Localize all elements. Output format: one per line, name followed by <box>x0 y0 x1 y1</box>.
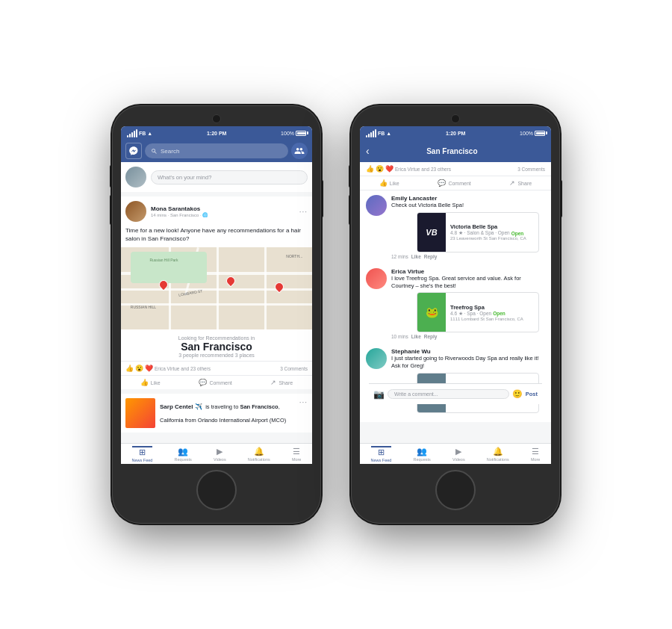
tab-notifications-1[interactable]: 🔔 Notifications <box>248 447 270 462</box>
reactions-row-2: 👍 😮 ❤️ Erica Virtue and 23 others 3 Comm… <box>360 162 551 176</box>
victoria-belle-card[interactable]: VB Victoria Belle Spa 4.8 ★ · Salon & Sp… <box>417 212 539 252</box>
preview-more-icon[interactable]: ··· <box>299 398 308 406</box>
vol-up-button[interactable] <box>110 165 112 188</box>
tab-news-feed-1[interactable]: ⊞ News Feed <box>132 446 153 462</box>
emily-comment-body: Emily Lancaster Check out Victoria Belle… <box>391 195 545 259</box>
comment-label-2: Comment <box>448 181 470 186</box>
preview-post: Sarp Centel ✈️ is traveling to San Franc… <box>121 394 312 433</box>
comment-action-2[interactable]: 💬 Comment <box>438 179 470 187</box>
signal-bar-1 <box>127 135 128 137</box>
share-action-2[interactable]: ↗ Share <box>509 179 532 187</box>
friends-icon[interactable] <box>291 143 308 159</box>
battery-percent-1: 100% <box>281 131 294 136</box>
phone-1-screen: FB ▲ 1:20 PM 100% Search <box>121 126 312 464</box>
stephanie-avatar <box>366 348 387 369</box>
stephanie-text: I just started going to Riverwoods Day S… <box>391 355 545 370</box>
power-button-2[interactable] <box>560 180 562 217</box>
main-post: Mona Sarantakos 14 mins · San Francisco … <box>121 196 312 389</box>
emoji-icon[interactable]: 🙂 <box>512 389 523 399</box>
comment-item-3: Stephanie Wu I just started going to Riv… <box>360 344 551 418</box>
power-button[interactable] <box>321 180 323 217</box>
emily-like[interactable]: Like <box>411 254 421 259</box>
victoria-belle-logo: VB <box>417 213 446 252</box>
messenger-icon[interactable] <box>125 143 142 159</box>
phone-1: FB ▲ 1:20 PM 100% Search <box>112 105 321 524</box>
status-bar-2: FB ▲ 1:20 PM 100% <box>360 126 551 140</box>
reactions-row-1: 👍 😮 ❤️ Erica Virtue and 23 others 3 Comm… <box>121 361 312 376</box>
tab-videos-1[interactable]: ▶ Videos <box>214 447 226 462</box>
whats-on-mind-input[interactable]: What's on your mind? <box>151 170 308 185</box>
battery-fill-1 <box>297 132 305 134</box>
tab-requests-2[interactable]: 👥 Requests <box>414 447 431 462</box>
wifi-icon: ▲ <box>147 131 152 136</box>
comment-action[interactable]: 💬 Comment <box>199 379 231 386</box>
tab-notifications-label-2: Notifications <box>487 457 509 462</box>
treefrog-name: Treefrog Spa <box>450 304 523 311</box>
camera-icon[interactable]: 📷 <box>373 389 385 400</box>
tab-bar-1: ⊞ News Feed 👥 Requests ▶ Videos 🔔 Notifi… <box>121 443 312 464</box>
emily-reply[interactable]: Reply <box>424 254 438 259</box>
battery-icon-1 <box>296 131 306 136</box>
tab-more-2[interactable]: ☰ More <box>531 447 541 462</box>
tab-videos-label-2: Videos <box>452 457 465 462</box>
signal-bar-3 <box>131 132 133 137</box>
comment-item-2: Erica Virtue I love Treefrog Spa. Great … <box>360 264 551 344</box>
signal-bars-2 <box>366 129 376 137</box>
time-display-2: 1:20 PM <box>446 131 465 136</box>
erica-meta: 10 mins Like Reply <box>391 334 545 339</box>
victoria-belle-address: 23 Leavenworth St San Francisco, CA <box>450 236 526 241</box>
vol-down-button-2[interactable] <box>349 195 351 225</box>
rec-count: 3 people recommended 3 places <box>125 353 308 358</box>
reactions-text: Erica Virtue and 23 others <box>155 366 211 371</box>
preview-content: Sarp Centel ✈️ is traveling to San Franc… <box>160 398 295 425</box>
tab-more-1[interactable]: ☰ More <box>292 447 302 462</box>
treefrog-address: 1111 Lombard St San Francisco, CA <box>450 317 523 321</box>
victoria-belle-name: Victoria Belle Spa <box>450 223 526 230</box>
victoria-belle-info: Victoria Belle Spa 4.8 ★ · Salon & Spa ·… <box>446 220 531 244</box>
comment-input-bar: 📷 Write a comment... 🙂 Post <box>369 383 542 404</box>
rec-label: Looking for Recommendations in <box>125 335 308 341</box>
erica-comment-body: Erica Virtue I love Treefrog Spa. Great … <box>391 268 545 340</box>
tab-more-label-2: More <box>531 457 541 462</box>
action-bar-1: 👍 Like 💬 Comment ↗ Share <box>121 376 312 389</box>
carrier-text-2: FB <box>378 131 385 136</box>
treefrog-card[interactable]: 🐸 Treefrog Spa 4.6 ★ · Spa · Open Open 1… <box>417 292 539 332</box>
comment-label: Comment <box>209 380 231 385</box>
tab-videos-label-1: Videos <box>214 457 226 462</box>
tab-videos-2[interactable]: ▶ Videos <box>452 447 465 462</box>
reactions-left: 👍 😮 ❤️ Erica Virtue and 23 others <box>125 365 211 372</box>
tab-news-feed-label-2: News Feed <box>371 458 392 462</box>
like-action-2[interactable]: 👍 Like <box>379 179 399 187</box>
search-bar[interactable]: Search <box>145 143 288 158</box>
like-action[interactable]: 👍 Like <box>140 379 161 386</box>
comment-input-field[interactable]: Write a comment... <box>388 389 509 399</box>
back-button[interactable]: ‹ <box>366 145 370 157</box>
vol-up-button-2[interactable] <box>349 165 351 188</box>
reactions-text-2: Erica Virtue and 23 others <box>395 167 451 172</box>
feed-content: What's on your mind? Mona Sarantakos 14 … <box>121 162 312 443</box>
tab-notifications-2[interactable]: 🔔 Notifications <box>487 447 509 462</box>
erica-name: Erica Virtue <box>391 268 545 275</box>
mona-avatar <box>125 201 146 222</box>
preview-thumb <box>125 398 155 428</box>
treefrog-open: Open <box>493 311 505 316</box>
whats-on-mind-bar: What's on your mind? <box>121 162 312 192</box>
comments-title: San Francisco <box>374 147 530 155</box>
carrier-text: FB <box>139 131 146 136</box>
more-options-icon[interactable]: ··· <box>299 208 308 216</box>
battery-percent-2: 100% <box>520 131 533 136</box>
erica-like[interactable]: Like <box>411 334 421 339</box>
post-text: Time for a new look! Anyone have any rec… <box>121 226 312 247</box>
share-action[interactable]: ↗ Share <box>270 379 293 386</box>
erica-time: 10 mins <box>391 334 408 339</box>
treefrog-logo: 🐸 <box>417 293 446 332</box>
sb4 <box>373 131 374 137</box>
erica-reply[interactable]: Reply <box>424 334 438 339</box>
action-bar-2: 👍 Like 💬 Comment ↗ Share <box>360 176 551 190</box>
post-button[interactable]: Post <box>526 391 538 397</box>
map-pin-2 <box>224 274 237 287</box>
tab-news-feed-2[interactable]: ⊞ News Feed <box>371 446 392 462</box>
vol-down-button[interactable] <box>110 195 112 225</box>
tab-requests-1[interactable]: 👥 Requests <box>175 447 192 462</box>
reactions-left-2: 👍 😮 ❤️ Erica Virtue and 23 others <box>366 165 451 173</box>
